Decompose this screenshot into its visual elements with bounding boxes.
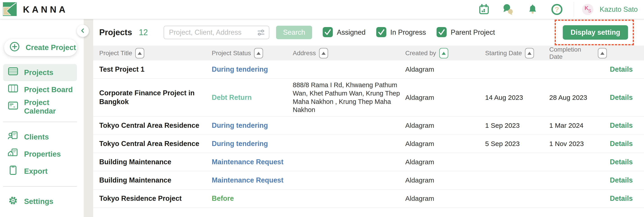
sidebar-item-export[interactable]: Export	[3, 163, 77, 180]
sort-arrow-up-icon	[256, 52, 260, 55]
filter-label: Assigned	[337, 28, 366, 37]
search-input[interactable]	[164, 26, 269, 39]
table-row: Building Maintenance Maintenance Request…	[93, 153, 644, 171]
topbar: KANNA	[0, 0, 644, 19]
sidebar-item-projects[interactable]: Projects	[3, 64, 77, 81]
project-status-cell: During tendering	[212, 140, 293, 148]
chevron-left-icon	[80, 28, 86, 34]
sort-button-project-status[interactable]	[254, 48, 263, 58]
table-row: Building Maintenance Maintenance Request…	[93, 171, 644, 189]
search-button[interactable]: Search	[276, 26, 312, 39]
sort-button-project-title[interactable]	[135, 48, 144, 58]
project-status-cell: During tendering	[212, 121, 293, 130]
project-status-cell: Before	[212, 194, 293, 202]
display-setting-button[interactable]: Display setting	[563, 25, 628, 40]
plus-circle-icon	[10, 42, 20, 54]
details-link[interactable]: Details	[610, 158, 633, 166]
created-by-cell: Aldagram	[405, 122, 485, 129]
create-project-label: Create Project	[26, 43, 76, 52]
sidebar-item-project-board[interactable]: Project Board	[3, 81, 77, 98]
details-link[interactable]: Details	[610, 140, 633, 148]
details-cell: Details	[608, 140, 633, 148]
filter-label: In Progress	[390, 28, 426, 37]
details-cell: Details	[608, 94, 633, 102]
details-link[interactable]: Details	[610, 176, 633, 184]
svg-text:?: ?	[555, 6, 559, 14]
avatar-initial: S	[588, 8, 591, 14]
details-cell: Details	[608, 176, 633, 184]
details-link[interactable]: Details	[610, 194, 633, 202]
table-header-row: Project TitleProject StatusAddressCreate…	[93, 46, 644, 60]
filter-assigned[interactable]: Assigned	[322, 27, 366, 38]
column-header-completion-date: Completion Date	[549, 46, 608, 60]
sidebar-item-project-calendar[interactable]: Project Calendar	[3, 98, 77, 115]
filter-parent-project[interactable]: Parent Project	[436, 27, 495, 38]
sidebar-collapse-button[interactable]	[77, 25, 89, 37]
export-icon	[8, 165, 18, 177]
created-by-cell: Aldagram	[405, 66, 485, 73]
project-title-cell: Building Maintenance	[99, 158, 212, 166]
brand: KANNA	[3, 2, 68, 17]
details-cell: Details	[608, 158, 633, 166]
address-cell: 888/8 Rama I Rd, Khwaeng Pathum Wan, Khe…	[293, 81, 405, 114]
sidebar-divider	[3, 186, 77, 186]
projects-icon	[8, 66, 18, 79]
sidebar-item-settings[interactable]: Settings	[3, 193, 77, 210]
sort-arrow-up-icon	[442, 52, 446, 55]
details-cell: Details	[608, 65, 633, 74]
sidebar-item-label: Projects	[24, 68, 53, 77]
content-header: Projects 12 Search	[93, 19, 644, 46]
sidebar-nav: Projects Project Board	[0, 64, 84, 210]
calendar-icon[interactable]	[477, 3, 491, 17]
sidebar-divider	[3, 122, 77, 122]
filter-in-progress[interactable]: In Progress	[376, 27, 426, 38]
project-title-cell: Building Maintenance	[99, 176, 212, 185]
column-header-label: Project Title	[99, 50, 132, 57]
main-content: Projects 12 Search	[93, 19, 644, 217]
chat-icon[interactable]	[501, 3, 515, 17]
column-header-project-status: Project Status	[212, 48, 293, 58]
starting-date-cell: 14 Aug 2023	[485, 94, 549, 101]
clients-icon	[8, 131, 18, 143]
sidebar-item-properties[interactable]: Properties	[3, 146, 77, 163]
sidebar-strip	[84, 19, 93, 217]
sort-button-starting-date[interactable]	[525, 48, 534, 58]
details-link[interactable]: Details	[610, 65, 633, 73]
filter-sliders-icon[interactable]	[256, 28, 266, 38]
checkbox-checked-icon	[322, 27, 333, 38]
project-status-cell: Maintenance Request	[212, 176, 293, 184]
notifications-icon[interactable]	[526, 3, 540, 17]
project-status-cell: Debt Return	[212, 94, 293, 102]
column-header-label: Starting Date	[485, 50, 522, 57]
sort-arrow-up-icon	[528, 52, 532, 55]
help-icon[interactable]: ?	[550, 3, 564, 17]
table-row: Tokyo Central Area Residence During tend…	[93, 135, 644, 153]
create-project-button[interactable]: Create Project	[4, 39, 77, 56]
details-cell: Details	[608, 121, 633, 130]
column-header-label: Created by	[405, 50, 436, 57]
sidebar-item-clients[interactable]: Clients	[3, 128, 77, 146]
details-link[interactable]: Details	[610, 94, 633, 101]
created-by-cell: Aldagram	[405, 176, 485, 184]
project-status-cell: Maintenance Request	[212, 158, 293, 166]
project-count: 12	[139, 28, 148, 37]
table-row: Test Project 1 During tendering Aldagram…	[93, 60, 644, 79]
column-header-created-by: Created by	[405, 48, 485, 58]
column-header-address: Address	[293, 48, 405, 58]
sort-arrow-up-icon	[322, 52, 326, 55]
checkbox-checked-icon	[436, 27, 447, 38]
sort-button-created-by[interactable]	[439, 48, 448, 58]
brand-name: KANNA	[23, 5, 68, 15]
column-header-label: Completion Date	[549, 46, 595, 60]
user-menu[interactable]: K S Kazuto Sato	[582, 4, 638, 15]
details-link[interactable]: Details	[610, 121, 633, 129]
kanna-logo-icon	[3, 2, 17, 17]
sort-button-completion-date[interactable]	[598, 48, 607, 58]
project-status-cell: During tendering	[212, 65, 293, 74]
created-by-cell: Aldagram	[405, 158, 485, 166]
table-row: Tokyo Residence Project Before Aldagram …	[93, 189, 644, 208]
table-row: Tokyo Central Area Residence During tend…	[93, 116, 644, 135]
sort-arrow-up-icon	[138, 52, 142, 55]
details-cell: Details	[608, 194, 633, 202]
sort-button-address[interactable]	[319, 48, 328, 58]
